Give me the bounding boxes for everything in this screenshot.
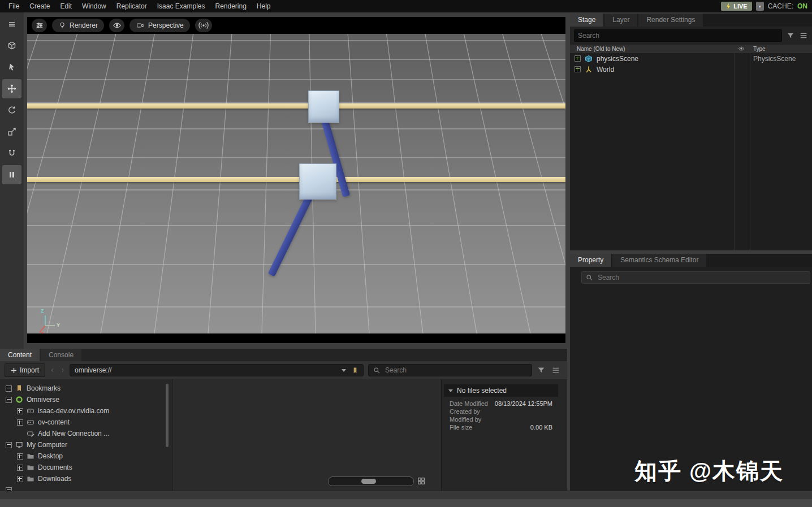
menu-item-file[interactable]: File (3, 0, 24, 12)
detail-label: Created by (450, 408, 480, 415)
select-cursor-tool[interactable] (2, 58, 21, 77)
renderer-menu[interactable]: Renderer (52, 19, 104, 32)
live-dropdown-button[interactable]: ▾ (756, 2, 764, 11)
tree-label: ov-content (38, 418, 70, 426)
computer-icon (15, 441, 23, 449)
forward-button[interactable] (60, 366, 65, 375)
details-header[interactable]: No files selected (444, 384, 558, 397)
menu-item-create[interactable]: Create (24, 0, 55, 12)
tab-layer[interactable]: Layer (604, 14, 637, 27)
column-divider (734, 53, 735, 250)
tree-item-downloads[interactable]: Downloads (0, 473, 172, 484)
live-sync-button[interactable] (195, 19, 212, 32)
menu-item-replicator[interactable]: Replicator (111, 0, 152, 12)
camera-menu[interactable]: Perspective (129, 19, 190, 32)
tree-item-partial[interactable] (0, 484, 172, 491)
camera-icon (136, 21, 145, 29)
expand-icon[interactable] (17, 465, 23, 471)
snap-tool[interactable] (2, 144, 21, 163)
file-grid-area[interactable] (173, 379, 440, 491)
collapse-icon[interactable] (6, 442, 12, 448)
tab-semantics-schema-editor[interactable]: Semantics Schema Editor (612, 254, 706, 267)
live-button[interactable]: LIVE (721, 2, 751, 11)
viewport-settings-button[interactable] (32, 19, 47, 32)
menu-item-rendering[interactable]: Rendering (210, 0, 251, 12)
menu-item-window[interactable]: Window (77, 0, 111, 12)
toolbar-menu-button[interactable] (2, 15, 21, 34)
thumbnail-size-slider[interactable] (328, 476, 414, 486)
rotate-tool[interactable] (2, 101, 21, 120)
detail-label: Modified by (450, 416, 481, 423)
expand-icon[interactable] (575, 55, 581, 62)
filter-icon[interactable] (537, 366, 546, 375)
tab-render-settings[interactable]: Render Settings (638, 14, 703, 27)
bookmark-icon[interactable] (351, 366, 359, 375)
expand-icon[interactable] (17, 476, 23, 482)
menu-item-isaac-examples[interactable]: Isaac Examples (152, 0, 210, 12)
pendulum-cube-1[interactable] (308, 90, 339, 123)
server-icon (27, 418, 34, 426)
visibility-column-icon[interactable] (737, 45, 745, 52)
stage-row-world[interactable]: World (570, 64, 812, 75)
expand-icon[interactable] (575, 66, 581, 72)
pendulum-cube-2[interactable] (299, 163, 336, 200)
beam-rail-2[interactable] (27, 177, 565, 182)
world-axis-icon (585, 66, 593, 73)
tree-item-desktop[interactable]: Desktop (0, 450, 172, 462)
watermark: 知乎 @木锦天 (634, 456, 784, 487)
stage-search-input[interactable] (574, 29, 782, 42)
slider-thumb[interactable] (361, 479, 376, 484)
move-tool[interactable] (2, 79, 21, 98)
tree-scrollbar[interactable] (166, 384, 169, 447)
tree-item-isaac-dev[interactable]: isaac-dev.ov.nvidia.com (0, 405, 172, 417)
viewport-toolbar: Renderer Perspective (27, 17, 570, 34)
list-view-icon[interactable] (551, 366, 560, 375)
expand-icon[interactable] (17, 408, 23, 414)
tree-item-ov-content[interactable]: ov-content (0, 417, 172, 428)
column-name-header[interactable]: Name (Old to New) (577, 46, 625, 52)
menu-items: File Create Edit Window Replicator Isaac… (0, 0, 276, 12)
collapse-icon[interactable] (6, 397, 12, 403)
content-search-input[interactable] (381, 366, 532, 374)
filter-icon[interactable] (786, 31, 795, 40)
tab-console[interactable]: Console (41, 349, 81, 361)
stage-row-physicsscene[interactable]: physicsScene PhysicsScene (570, 53, 812, 64)
property-search-input[interactable] (597, 273, 806, 282)
collapse-icon[interactable] (6, 385, 12, 392)
menu-item-edit[interactable]: Edit (55, 0, 77, 12)
options-icon[interactable] (799, 31, 808, 40)
grid-view-icon[interactable] (417, 476, 426, 486)
tab-stage[interactable]: Stage (570, 14, 603, 27)
tab-property[interactable]: Property (570, 254, 611, 267)
detail-label: Date Modified (450, 400, 488, 407)
back-button[interactable] (50, 366, 55, 375)
scale-tool[interactable] (2, 122, 21, 141)
tree-item-omniverse[interactable]: Omniverse (0, 394, 172, 405)
pause-tool[interactable] (2, 165, 21, 184)
path-dropdown-icon[interactable] (342, 369, 346, 372)
content-body: Bookmarks Omniverse isaac-dev.ov.nvidia.… (0, 379, 567, 491)
path-input[interactable] (70, 366, 342, 374)
beam-rail-1[interactable] (27, 103, 565, 109)
tree-item-bookmarks[interactable]: Bookmarks (0, 383, 172, 394)
viewport-3d[interactable]: Z Y X (27, 34, 565, 333)
expand-icon[interactable] (17, 419, 23, 426)
caret-down-icon (448, 389, 453, 392)
column-type-header[interactable]: Type (753, 46, 766, 52)
menu-item-help[interactable]: Help (252, 0, 276, 12)
tree-item-my-computer[interactable]: My Computer (0, 439, 172, 450)
cache-status: ON (797, 2, 807, 10)
tree-item-add-new-connection[interactable]: Add New Connection ... (0, 428, 172, 439)
tab-content[interactable]: Content (0, 349, 40, 361)
import-button[interactable]: Import (5, 363, 45, 377)
prim-type: PhysicsScene (753, 55, 796, 63)
expand-icon[interactable] (17, 453, 23, 460)
column-divider (750, 53, 750, 250)
tree-item-documents[interactable]: Documents (0, 462, 172, 473)
search-icon (586, 274, 593, 281)
snap-icon (7, 148, 17, 158)
select-box-tool[interactable] (2, 36, 21, 55)
details-row-file-size: File size 0.00 KB (444, 423, 558, 431)
visibility-button[interactable] (109, 19, 124, 32)
omniverse-icon (15, 396, 23, 404)
